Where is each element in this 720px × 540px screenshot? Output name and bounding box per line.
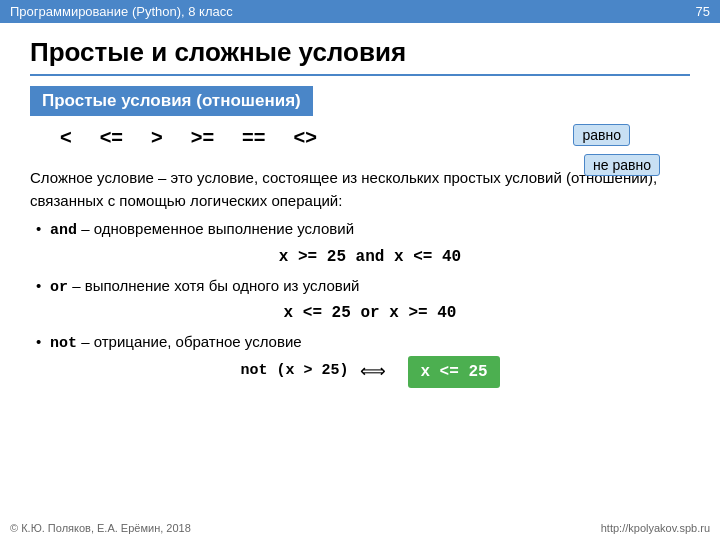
op-lt: <: [60, 126, 72, 149]
op-neq: <>: [293, 126, 316, 149]
list-item-not: not – отрицание, обратное условие not (x…: [40, 331, 690, 388]
section-header: Простые условия (отношения): [30, 86, 313, 116]
bullet-list: and – одновременное выполнение условий x…: [40, 218, 690, 388]
not-text: – отрицание, обратное условие: [77, 333, 302, 350]
green-box: x <= 25: [408, 356, 499, 388]
code-not: not (x > 25): [240, 360, 348, 383]
main-content: Простые и сложные условия Простые услови…: [0, 23, 720, 404]
page-title: Простые и сложные условия: [30, 37, 690, 76]
and-text: – одновременное выполнение условий: [77, 220, 354, 237]
not-line: not (x > 25) ⟺ x <= 25: [50, 356, 690, 388]
op-lte: <=: [100, 126, 123, 149]
keyword-or: or: [50, 279, 68, 296]
or-text: – выполнение хотя бы одного из условий: [68, 277, 359, 294]
footer-left: © К.Ю. Поляков, Е.А. Ерёмин, 2018: [10, 522, 191, 534]
list-item-or: or – выполнение хотя бы одного из услови…: [40, 275, 690, 326]
tag-neravno: не равно: [584, 154, 660, 176]
op-gte: >=: [191, 126, 214, 149]
op-eq: ==: [242, 126, 265, 149]
keyword-not: not: [50, 335, 77, 352]
code-and: x >= 25 and x <= 40: [50, 245, 690, 269]
course-label: Программирование (Python), 8 класс: [10, 4, 233, 19]
arrow-icon: ⟺: [360, 358, 386, 385]
list-item-and: and – одновременное выполнение условий x…: [40, 218, 690, 269]
op-gt: >: [151, 126, 163, 149]
keyword-and: and: [50, 222, 77, 239]
footer: © К.Ю. Поляков, Е.А. Ерёмин, 2018 http:/…: [0, 522, 720, 534]
code-or: x <= 25 or x >= 40: [50, 301, 690, 325]
slide-number: 75: [696, 4, 710, 19]
operators-section: Простые условия (отношения) < <= > >= ==…: [30, 86, 690, 149]
tag-ravno: равно: [573, 124, 630, 146]
top-bar: Программирование (Python), 8 класс 75: [0, 0, 720, 23]
footer-right: http://kpolyakov.spb.ru: [601, 522, 710, 534]
operators-row: < <= > >= == <> равно не равно: [60, 126, 690, 149]
